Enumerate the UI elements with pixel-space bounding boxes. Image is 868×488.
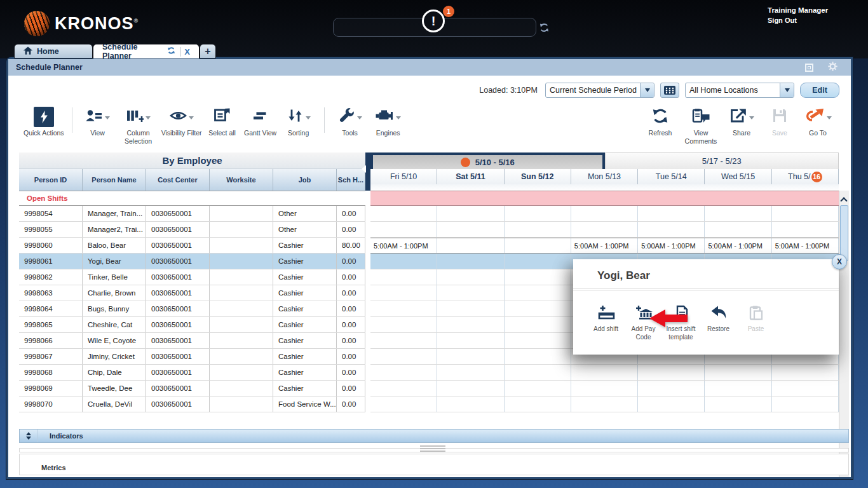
day-header-thu-5[interactable]: Thu 5/16	[772, 169, 839, 184]
share-button[interactable]: Share	[724, 106, 759, 137]
empty-schedule-cell[interactable]	[437, 349, 504, 364]
empty-schedule-cell[interactable]	[370, 365, 437, 380]
schedule-row[interactable]: 5:00AM - 1:00PM5:00AM - 1:00PM5:00AM - 1…	[370, 238, 839, 254]
empty-schedule-cell[interactable]	[370, 301, 437, 316]
shift-cell[interactable]: 5:00AM - 1:00PM	[571, 238, 638, 253]
empty-schedule-cell[interactable]	[437, 381, 504, 396]
shift-cell[interactable]: 5:00AM - 1:00PM	[705, 238, 771, 253]
schedule-row[interactable]	[370, 222, 839, 238]
chevron-down-icon[interactable]	[357, 116, 362, 119]
alerts-refresh-icon[interactable]	[539, 22, 550, 36]
employee-row[interactable]: 9998070Cruella, DeVil0030650001Food Serv…	[19, 396, 365, 412]
visibility-filter-button[interactable]: Visibility Filter	[161, 106, 202, 137]
empty-schedule-cell[interactable]	[638, 396, 705, 412]
empty-schedule-cell[interactable]	[772, 365, 839, 380]
empty-schedule-cell[interactable]	[370, 333, 437, 348]
week-tab-current[interactable]: 5/10 - 5/16	[370, 152, 605, 169]
tab-close-icon[interactable]: X	[180, 47, 190, 57]
open-shifts-band[interactable]	[370, 191, 839, 206]
alert-exclamation-icon[interactable]: !	[422, 10, 445, 32]
day-header-mon-5-13[interactable]: Mon 5/13	[571, 169, 638, 184]
empty-schedule-cell[interactable]	[505, 254, 571, 269]
column-header-worksite[interactable]: Worksite	[210, 169, 273, 191]
empty-schedule-cell[interactable]	[437, 333, 504, 348]
empty-schedule-cell[interactable]	[437, 222, 504, 237]
empty-schedule-cell[interactable]	[705, 206, 771, 221]
empty-schedule-cell[interactable]	[571, 396, 638, 412]
empty-schedule-cell[interactable]	[437, 269, 504, 285]
empty-schedule-cell[interactable]	[505, 285, 571, 301]
empty-schedule-cell[interactable]	[505, 238, 571, 253]
locations-select[interactable]: All Home Locations	[685, 83, 794, 98]
empty-schedule-cell[interactable]	[505, 269, 571, 285]
empty-schedule-cell[interactable]	[571, 365, 638, 380]
employee-row[interactable]: 9998062Tinker, Belle0030650001Cashier0.0…	[19, 269, 365, 285]
empty-schedule-cell[interactable]	[505, 317, 571, 332]
shift-cell[interactable]: 5:00AM - 1:00PM	[638, 238, 705, 253]
scroll-up-icon[interactable]	[841, 194, 846, 206]
employee-row[interactable]: 9998069Tweedle, Dee0030650001Cashier0.00	[19, 381, 365, 396]
schedule-row[interactable]	[370, 365, 839, 381]
empty-schedule-cell[interactable]	[571, 381, 638, 396]
tab-refresh-icon[interactable]	[167, 46, 175, 57]
empty-schedule-cell[interactable]	[638, 381, 705, 396]
chevron-down-icon[interactable]	[189, 116, 194, 119]
empty-schedule-cell[interactable]	[505, 206, 571, 221]
collapse-left-icon[interactable]	[362, 165, 366, 173]
edit-button[interactable]: Edit	[800, 83, 839, 98]
empty-schedule-cell[interactable]	[638, 365, 705, 380]
go-to-button[interactable]: Go To	[800, 106, 836, 137]
calendar-picker-button[interactable]	[660, 83, 679, 98]
employee-row[interactable]: 9998065Cheshire, Cat0030650001Cashier0.0…	[19, 317, 365, 333]
vertical-scroll-thumb[interactable]	[840, 205, 848, 261]
gantt-view-button[interactable]: Gantt View	[243, 106, 278, 137]
chevron-down-icon[interactable]	[780, 83, 794, 97]
chevron-down-icon[interactable]	[396, 116, 401, 119]
chevron-down-icon[interactable]	[749, 116, 754, 119]
schedule-row[interactable]	[370, 381, 839, 396]
select-all-button[interactable]: Select all	[205, 106, 240, 137]
empty-schedule-cell[interactable]	[370, 269, 437, 285]
employee-row[interactable]: 9998064Bugs, Bunny0030650001Cashier0.00	[19, 301, 365, 317]
column-header-cost-center[interactable]: Cost Center	[146, 169, 210, 191]
empty-schedule-cell[interactable]	[437, 285, 504, 301]
empty-schedule-cell[interactable]	[505, 365, 571, 380]
empty-schedule-cell[interactable]	[638, 222, 705, 237]
employee-row[interactable]: 9998063Charlie, Brown0030650001Cashier0.…	[19, 285, 365, 301]
empty-schedule-cell[interactable]	[772, 396, 839, 412]
empty-schedule-cell[interactable]	[370, 317, 437, 332]
empty-schedule-cell[interactable]	[705, 222, 771, 237]
shift-cell[interactable]: 5:00AM - 1:00PM	[772, 238, 839, 253]
day-header-fri-5-10[interactable]: Fri 5/10	[370, 169, 437, 184]
empty-schedule-cell[interactable]	[370, 396, 437, 412]
day-header-wed-5-15[interactable]: Wed 5/15	[705, 169, 771, 184]
expand-collapse-icon[interactable]	[20, 430, 38, 442]
chevron-down-icon[interactable]	[640, 83, 654, 97]
refresh-button[interactable]: Refresh	[642, 106, 678, 137]
empty-schedule-cell[interactable]	[505, 381, 571, 396]
empty-schedule-cell[interactable]	[370, 381, 437, 396]
empty-schedule-cell[interactable]	[437, 317, 504, 332]
view-button[interactable]: View	[80, 106, 116, 137]
empty-schedule-cell[interactable]	[772, 381, 839, 396]
empty-schedule-cell[interactable]	[505, 222, 571, 237]
new-tab-button[interactable]: +	[200, 44, 216, 58]
quick-actions-button[interactable]: Quick Actions	[24, 106, 64, 137]
week-tab-next[interactable]: 5/17 - 5/23	[605, 152, 839, 169]
sorting-button[interactable]: Sorting	[281, 106, 316, 137]
tab-home[interactable]: Home	[14, 44, 93, 58]
engines-button[interactable]: Engines	[370, 106, 406, 137]
chevron-down-icon[interactable]	[105, 116, 110, 119]
column-header-job[interactable]: Job	[273, 169, 337, 191]
employee-row[interactable]: 9998055Manager2, Trai...0030650001Other0…	[19, 222, 365, 238]
column-selection-button[interactable]: Column Selection	[118, 106, 159, 145]
empty-schedule-cell[interactable]	[370, 285, 437, 301]
schedule-period-select[interactable]: Current Schedule Period	[545, 83, 654, 98]
empty-schedule-cell[interactable]	[571, 206, 638, 221]
employee-row[interactable]: 9998068Chip, Dale0030650001Cashier0.00	[19, 365, 365, 381]
empty-schedule-cell[interactable]	[437, 206, 504, 221]
schedule-row[interactable]	[370, 396, 839, 412]
indicators-bar[interactable]: Indicators	[19, 429, 849, 443]
chevron-down-icon[interactable]	[306, 116, 311, 119]
group-header[interactable]: By Employee	[19, 152, 365, 169]
